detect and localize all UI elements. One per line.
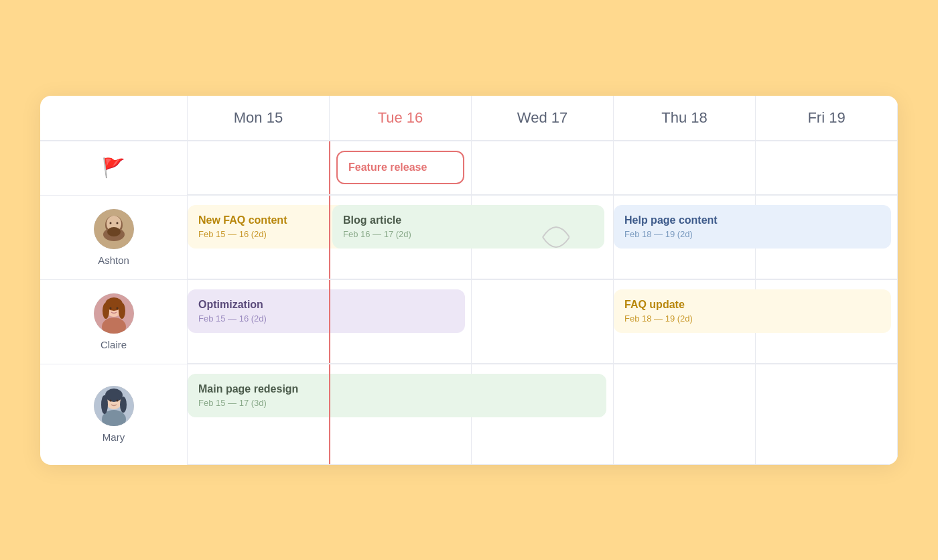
svg-point-12 bbox=[119, 303, 125, 319]
today-line-claire bbox=[329, 280, 330, 363]
arc-connector bbox=[516, 210, 570, 264]
mary-row: Mary Main page redesign Feb 15 — 17 (3d) bbox=[40, 364, 898, 465]
task-help-page[interactable]: Help page content Feb 18 — 19 (2d) bbox=[614, 205, 891, 249]
svg-point-21 bbox=[109, 400, 111, 402]
svg-point-14 bbox=[116, 307, 118, 309]
svg-point-5 bbox=[109, 222, 111, 224]
flag-icon: 🚩 bbox=[102, 157, 125, 179]
ashton-avatar bbox=[94, 209, 134, 249]
task-feature-release[interactable]: Feature release bbox=[336, 151, 464, 184]
claire-days: Optimization Feb 15 — 16 (2d) FAQ update… bbox=[188, 280, 898, 364]
claire-wed bbox=[472, 280, 614, 364]
today-line-ashton bbox=[329, 196, 330, 279]
claire-name: Claire bbox=[100, 339, 127, 350]
calendar-header: Mon 15 Tue 16 Wed 17 Thu 18 Fri 19 bbox=[40, 96, 898, 141]
svg-point-20 bbox=[120, 397, 127, 413]
task-optimization[interactable]: Optimization Feb 15 — 16 (2d) bbox=[188, 289, 465, 333]
header-fri: Fri 19 bbox=[756, 96, 898, 141]
header-thu: Thu 18 bbox=[614, 96, 756, 141]
flag-row: 🚩 Feature release bbox=[40, 141, 898, 196]
mary-person-col: Mary bbox=[40, 364, 188, 465]
flag-wed bbox=[472, 141, 614, 195]
ashton-mon: New FAQ content Feb 15 — 16 (2d) bbox=[188, 196, 330, 279]
ashton-name: Ashton bbox=[98, 255, 129, 266]
flag-mon bbox=[188, 141, 330, 195]
flag-thu bbox=[614, 141, 756, 195]
svg-point-19 bbox=[101, 395, 108, 414]
svg-point-11 bbox=[103, 303, 109, 319]
ashton-thu: Help page content Feb 18 — 19 (2d) bbox=[614, 196, 756, 279]
header-wed: Wed 17 bbox=[472, 96, 614, 141]
ashton-tue: Blog article Feb 16 — 17 (2d) bbox=[330, 196, 472, 279]
claire-person-col: Claire bbox=[40, 280, 188, 364]
header-empty bbox=[40, 96, 188, 141]
flag-tue: Feature release bbox=[330, 141, 472, 195]
header-tue: Tue 16 bbox=[330, 96, 472, 141]
svg-point-18 bbox=[105, 389, 123, 402]
calendar-container: Mon 15 Tue 16 Wed 17 Thu 18 Fri 19 🚩 Fea… bbox=[40, 96, 898, 465]
mary-mon: Main page redesign Feb 15 — 17 (3d) bbox=[188, 364, 330, 465]
today-line-mary bbox=[329, 364, 330, 464]
claire-mon: Optimization Feb 15 — 16 (2d) bbox=[188, 280, 330, 364]
claire-thu: FAQ update Feb 18 — 19 (2d) bbox=[614, 280, 756, 364]
task-faq-update[interactable]: FAQ update Feb 18 — 19 (2d) bbox=[614, 289, 891, 333]
mary-name: Mary bbox=[103, 431, 125, 443]
flag-days: Feature release bbox=[188, 141, 898, 195]
header-mon: Mon 15 bbox=[188, 96, 330, 141]
ashton-days: New FAQ content Feb 15 — 16 (2d) Blog ar… bbox=[188, 196, 898, 279]
svg-point-4 bbox=[107, 227, 121, 236]
claire-row: Claire Optimization Feb 15 — 16 (2d) FAQ… bbox=[40, 280, 898, 364]
svg-point-13 bbox=[109, 307, 111, 309]
mary-thu bbox=[614, 364, 756, 465]
mary-avatar bbox=[94, 386, 134, 426]
mary-fri bbox=[756, 364, 898, 465]
mary-days: Main page redesign Feb 15 — 17 (3d) bbox=[188, 364, 898, 465]
svg-point-6 bbox=[116, 222, 118, 224]
today-line bbox=[329, 141, 330, 194]
ashton-row: Ashton New FAQ content Feb 15 — 16 (2d) … bbox=[40, 196, 898, 280]
claire-avatar bbox=[94, 293, 134, 334]
ashton-person-col: Ashton bbox=[40, 196, 188, 279]
svg-point-22 bbox=[116, 400, 118, 402]
flag-person-col: 🚩 bbox=[40, 141, 188, 195]
flag-fri bbox=[756, 141, 898, 195]
task-main-redesign[interactable]: Main page redesign Feb 15 — 17 (3d) bbox=[188, 374, 606, 417]
